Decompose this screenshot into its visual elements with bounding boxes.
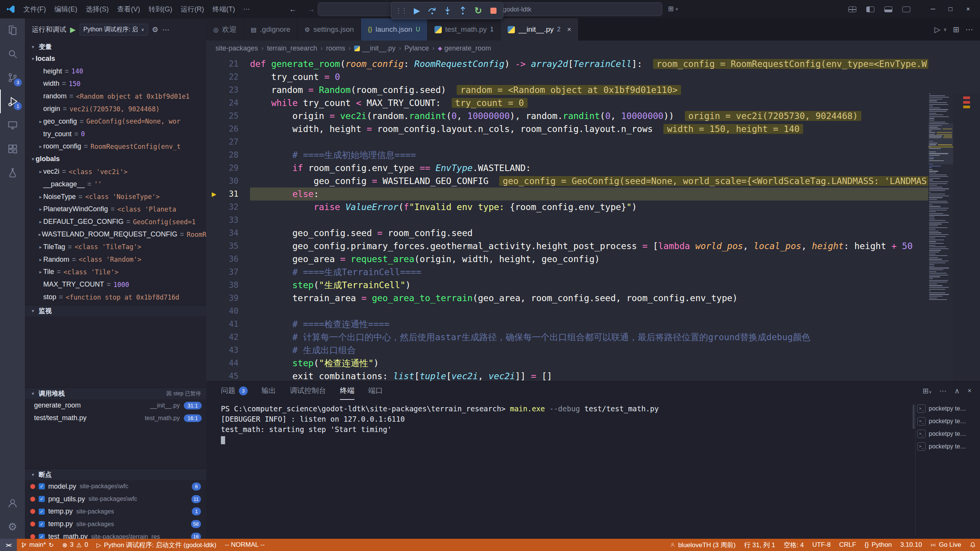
start-debug-icon[interactable]: ▶ [70, 25, 76, 34]
language-status[interactable]: {}Python [860, 541, 896, 549]
callstack-section-header[interactable]: ▾ 调用堆栈 因 step 已暂停 [25, 388, 206, 399]
variable-row[interactable]: ▸ TileTag= <class 'TileTag'> [25, 241, 206, 253]
breakpoint-row[interactable]: ✓ temp.py site-packages 1 [25, 505, 206, 518]
close-icon[interactable]: × [567, 25, 571, 34]
watch-section-header[interactable]: ▾ 监视 [25, 305, 206, 316]
run-and-debug-icon[interactable]: 1 [0, 90, 25, 113]
code-line-24[interactable]: 24 while try_count < MAX_TRY_COUNT:try_c… [206, 96, 928, 109]
breakpoints-section-header[interactable]: ▾ 断点 [25, 469, 206, 480]
variable-row[interactable]: __package__= '' [25, 178, 206, 191]
code-line-34[interactable]: 34 geo_config.seed = room_config.seed [206, 227, 928, 240]
menu-item[interactable]: 运行(R) [176, 5, 208, 14]
breakpoint-checkbox[interactable]: ✓ [39, 483, 45, 489]
code-line-37[interactable]: 37 # ====生成TerrainCell==== [206, 266, 928, 279]
overview-ruler[interactable] [953, 93, 980, 381]
panel-tab-终端[interactable]: 终端 [340, 381, 354, 400]
remote-indicator[interactable]: >< [0, 539, 17, 551]
customize-layout-icon[interactable] [848, 7, 856, 12]
code-editor[interactable]: 21 def generate_room(room_config: RoomRe… [206, 56, 980, 381]
variable-row[interactable]: ▸ Random= <class 'Random'> [25, 253, 206, 266]
variable-row[interactable]: ▸ PlanetaryWindConfig= <class 'Planeta [25, 203, 206, 216]
branch-status[interactable]: main* ↻ [17, 541, 58, 549]
step-out-button[interactable] [457, 5, 469, 16]
code-line-33[interactable]: 33 [206, 214, 928, 227]
tab-.gdignore[interactable]: ▤.gdignore [244, 18, 297, 41]
back-arrow-icon[interactable]: ← [289, 5, 297, 14]
variable-scope-globals[interactable]: ▾globals [25, 153, 206, 165]
variable-row[interactable]: width= 150 [25, 78, 206, 90]
accounts-icon[interactable] [0, 491, 25, 515]
split-editor-icon[interactable]: ⊞ [953, 25, 959, 34]
breakpoint-checkbox[interactable]: ✓ [39, 534, 45, 539]
drag-handle-icon[interactable]: ⋮⋮ [395, 7, 407, 15]
breadcrumb-item[interactable]: rooms [326, 44, 345, 52]
editor-more-icon[interactable]: ⋯ [965, 25, 973, 34]
step-into-button[interactable] [442, 5, 453, 16]
search-icon[interactable] [0, 42, 25, 66]
toggle-sidebar-icon[interactable] [866, 7, 874, 12]
testing-icon[interactable] [0, 161, 25, 184]
tab-test_math.py[interactable]: test_math.py 1 [428, 18, 501, 41]
breakpoint-checkbox[interactable]: ✓ [39, 496, 45, 502]
terminal-scrollbar[interactable] [913, 404, 915, 429]
breakpoint-row[interactable]: ✓ model.py site-packages\wfc 6 [25, 480, 206, 493]
toggle-panel-icon[interactable] [884, 7, 892, 12]
remote-explorer-icon[interactable] [0, 113, 25, 137]
tab-settings.json[interactable]: ⚙settings.json [297, 18, 361, 41]
new-window-icon[interactable]: ⊞∨ [668, 5, 678, 13]
code-line-45[interactable]: 45 exit_combinations: list[tuple[vec2i, … [206, 370, 928, 381]
code-line-40[interactable]: 40 [206, 305, 928, 318]
run-python-file-icon[interactable]: ▷ [934, 25, 940, 34]
variable-row[interactable]: MAX_TRY_COUNT= 1000 [25, 278, 206, 291]
panel-tab-输出[interactable]: 输出 [261, 381, 276, 400]
minimize-button[interactable]: ─ [924, 0, 942, 18]
variable-row[interactable]: ▸ WASTELAND_ROOM_REQUEST_CONFIG= RoomR [25, 228, 206, 241]
terminal-instance[interactable]: >_ pocketpy te… [917, 415, 977, 427]
eol-status[interactable]: CRLF [835, 541, 860, 549]
debug-config-status[interactable]: ▷ Python 调试程序: 启动文件 (godot-ldtk) [92, 541, 220, 549]
panel-layout-icon[interactable]: ⊞∨ [923, 386, 932, 395]
variable-row[interactable]: ▸ vec2i= <class 'vec2i'> [25, 165, 206, 178]
variables-section-header[interactable]: ▾ 变量 [25, 41, 206, 52]
git-blame-status[interactable]: blueloveTH (3 周前) [666, 541, 740, 549]
panel-tab-问题[interactable]: 问题 3 [221, 381, 248, 400]
toggle-secondary-sidebar-icon[interactable] [902, 7, 910, 12]
step-over-button[interactable] [426, 5, 438, 16]
breadcrumb-item[interactable]: __init__.py [354, 44, 395, 52]
panel-maximize-icon[interactable]: ∧ [954, 386, 960, 395]
menu-item[interactable]: 文件(F) [19, 5, 50, 14]
terminal-instance[interactable]: >_ pocketpy te… [917, 440, 977, 453]
breadcrumb-item[interactable]: Pylance [405, 44, 429, 52]
terminal-instance[interactable]: >_ pocketpy te… [917, 402, 977, 415]
continue-button[interactable]: ▶ [411, 5, 423, 16]
terminal-output[interactable]: PS C:\computer_science\godot-ldtk\site-p… [221, 404, 913, 536]
breakpoint-row[interactable]: ✓ temp.py site-packages 58 [25, 518, 206, 530]
code-line-31[interactable]: ▶31 else: [206, 187, 928, 201]
variable-row[interactable]: ▸ DEFAULT_GEO_CONFIG= GeoConfig(seed=1 [25, 215, 206, 228]
code-line-32[interactable]: 32 raise ValueError(f"Invalid env type: … [206, 201, 928, 214]
tab-launch.json[interactable]: {}launch.json U [361, 18, 427, 41]
variable-row[interactable]: ▸ Tile= <class 'Tile'> [25, 266, 206, 279]
tab-__init__.py[interactable]: __init__.py 2 × [501, 18, 578, 41]
sync-icon[interactable]: ↻ [49, 541, 54, 549]
panel-tab-调试控制台[interactable]: 调试控制台 [290, 381, 326, 400]
maximize-button[interactable]: □ [942, 0, 959, 18]
callstack-frame[interactable]: test/test_math.py test_math.py 16:1 [25, 412, 206, 424]
code-line-41[interactable]: 41 # ====检查连通性==== [206, 318, 928, 331]
variable-row[interactable]: stop= <function stop at 0x1bf8d716d [25, 291, 206, 303]
code-line-28[interactable]: 28 # ====生成初始地理信息==== [206, 148, 928, 161]
close-button[interactable]: × [959, 0, 977, 18]
code-line-36[interactable]: 36 geo_area = request_area(origin, width… [206, 253, 928, 266]
code-line-39[interactable]: 39 terrain_area = geo_area_to_terrain(ge… [206, 292, 928, 305]
menu-item[interactable]: 查看(V) [113, 5, 144, 14]
variable-row[interactable]: origin= vec2i(7205730, 9024468) [25, 103, 206, 115]
menu-item[interactable]: 终端(T) [208, 5, 239, 14]
panel-more-icon[interactable]: ⋯ [939, 386, 947, 395]
go-live-status[interactable]: Go Live [926, 541, 965, 549]
python-version-status[interactable]: 3.10.10 [896, 541, 926, 549]
breakpoint-checkbox[interactable]: ✓ [39, 521, 45, 527]
callstack-frame[interactable]: generate_room __init__.py 31:1 [25, 399, 206, 412]
code-line-25[interactable]: 25 origin = vec2i(random.randint(0, 1000… [206, 109, 928, 122]
code-line-38[interactable]: 38 step("生成TerrainCell") [206, 279, 928, 292]
code-line-22[interactable]: 22 try_count = 0 [206, 70, 928, 83]
